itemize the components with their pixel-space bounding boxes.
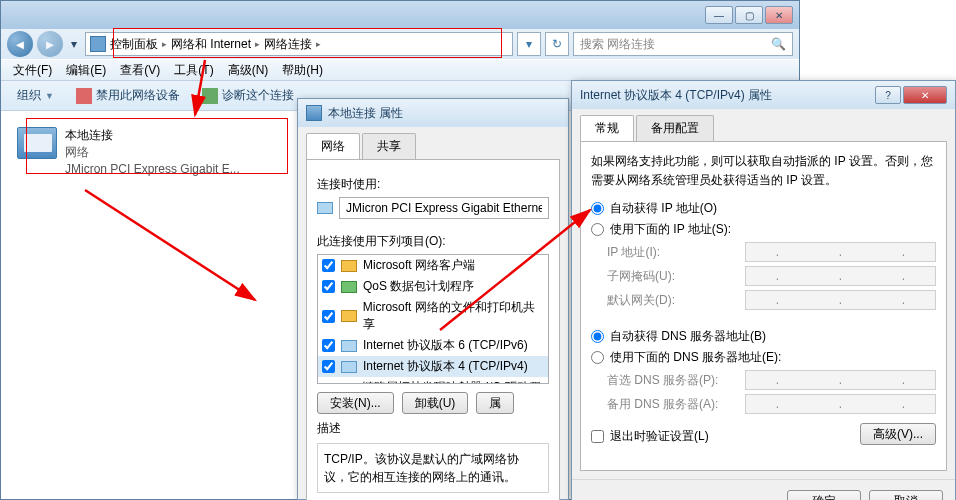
protocol-icon: [341, 340, 357, 352]
crumb-2[interactable]: 网络和 Internet: [171, 36, 251, 53]
dialog-title: 本地连接 属性: [298, 99, 568, 127]
organize-button[interactable]: 组织▼: [9, 83, 62, 108]
client-icon: [341, 260, 357, 272]
addressbar[interactable]: 控制面板▸ 网络和 Internet▸ 网络连接▸: [85, 32, 513, 56]
menu-advanced[interactable]: 高级(N): [222, 60, 275, 81]
connection-text: 本地连接 网络 JMicron PCI Express Gigabit E...: [65, 127, 240, 177]
item-label: QoS 数据包计划程序: [363, 278, 474, 295]
dns1-field: ...: [745, 370, 936, 390]
label-ip: IP 地址(I):: [607, 244, 737, 261]
item-label: 链路层拓扑发现映射器 I/O 驱动程序: [362, 379, 544, 384]
item-label: Microsoft 网络的文件和打印机共享: [363, 299, 544, 333]
gateway-field: ...: [745, 290, 936, 310]
list-item: 链路层拓扑发现映射器 I/O 驱动程序: [318, 377, 548, 384]
chevron-down-icon: ▼: [45, 91, 54, 101]
chevron-right-icon: ▸: [316, 39, 321, 49]
radio-auto-dns-row[interactable]: 自动获得 DNS 服务器地址(B): [591, 328, 936, 345]
radio-use-dns-row[interactable]: 使用下面的 DNS 服务器地址(E):: [591, 349, 936, 366]
tab-share[interactable]: 共享: [362, 133, 416, 159]
maximize-button[interactable]: ▢: [735, 6, 763, 24]
connection-name: 本地连接: [65, 127, 240, 144]
connection-network: 网络: [65, 144, 240, 161]
close-button[interactable]: ✕: [903, 86, 947, 104]
history-drop[interactable]: ▾: [67, 31, 81, 57]
label-mask: 子网掩码(U):: [607, 268, 737, 285]
connection-device: JMicron PCI Express Gigabit E...: [65, 161, 240, 178]
diagnose-button[interactable]: 诊断这个连接: [194, 83, 302, 108]
list-item: Microsoft 网络的文件和打印机共享: [318, 297, 548, 335]
dns2-field: ...: [745, 394, 936, 414]
item-checkbox[interactable]: [322, 280, 335, 293]
connection-item[interactable]: 本地连接 网络 JMicron PCI Express Gigabit E...: [11, 121, 271, 183]
radio-use-ip[interactable]: [591, 223, 604, 236]
properties-button[interactable]: 属: [476, 392, 514, 414]
list-item: QoS 数据包计划程序: [318, 276, 548, 297]
crumb-3[interactable]: 网络连接: [264, 36, 312, 53]
radio-auto-dns-label: 自动获得 DNS 服务器地址(B): [610, 328, 766, 345]
description-text: TCP/IP。该协议是默认的广域网络协议，它的相互连接的网络上的通讯。: [317, 443, 549, 493]
radio-auto-ip[interactable]: [591, 202, 604, 215]
device-name-field[interactable]: [339, 197, 549, 219]
menu-tools[interactable]: 工具(T): [168, 60, 219, 81]
forward-button[interactable]: ►: [37, 31, 63, 57]
label-dns2: 备用 DNS 服务器(A):: [607, 396, 737, 413]
ipv4-properties-dialog: Internet 协议版本 4 (TCP/IPv4) 属性 ? ✕ 常规 备用配…: [571, 80, 956, 500]
menubar: 文件(F) 编辑(E) 查看(V) 工具(T) 高级(N) 帮助(H): [1, 59, 799, 81]
item-label: Internet 协议版本 6 (TCP/IPv6): [363, 337, 528, 354]
radio-use-ip-row[interactable]: 使用下面的 IP 地址(S):: [591, 221, 936, 238]
menu-edit[interactable]: 编辑(E): [60, 60, 112, 81]
back-button[interactable]: ◄: [7, 31, 33, 57]
tab-network[interactable]: 网络: [306, 133, 360, 159]
refresh-button[interactable]: ↻: [545, 32, 569, 56]
radio-use-dns[interactable]: [591, 351, 604, 364]
tabs: 常规 备用配置: [572, 109, 955, 141]
diagnose-icon: [202, 88, 218, 104]
help-button[interactable]: ?: [875, 86, 901, 104]
subnet-mask-field: ...: [745, 266, 936, 286]
ok-button[interactable]: 确定: [787, 490, 861, 500]
menu-help[interactable]: 帮助(H): [276, 60, 329, 81]
item-checkbox[interactable]: [322, 360, 335, 373]
install-button[interactable]: 安装(N)...: [317, 392, 394, 414]
search-box[interactable]: 搜索 网络连接 🔍: [573, 32, 793, 56]
item-checkbox[interactable]: [322, 259, 335, 272]
radio-auto-ip-label: 自动获得 IP 地址(O): [610, 200, 717, 217]
crumb-1[interactable]: 控制面板: [110, 36, 158, 53]
list-item: Internet 协议版本 6 (TCP/IPv6): [318, 335, 548, 356]
uninstall-button[interactable]: 卸载(U): [402, 392, 469, 414]
advanced-button[interactable]: 高级(V)...: [860, 423, 936, 445]
tab-alt[interactable]: 备用配置: [636, 115, 714, 141]
list-item-selected: Internet 协议版本 4 (TCP/IPv4): [318, 356, 548, 377]
protocol-icon: [341, 361, 357, 373]
radio-auto-ip-row[interactable]: 自动获得 IP 地址(O): [591, 200, 936, 217]
label-gw: 默认网关(D):: [607, 292, 737, 309]
tab-body: 连接时使用: 此连接使用下列项目(O): Microsoft 网络客户端 QoS…: [306, 159, 560, 500]
dialog-title: Internet 协议版本 4 (TCP/IPv4) 属性 ? ✕: [572, 81, 955, 109]
label-dns1: 首选 DNS 服务器(P):: [607, 372, 737, 389]
cancel-button[interactable]: 取消: [869, 490, 943, 500]
close-button[interactable]: ✕: [765, 6, 793, 24]
menu-view[interactable]: 查看(V): [114, 60, 166, 81]
search-icon: 🔍: [771, 37, 786, 51]
list-item: Microsoft 网络客户端: [318, 255, 548, 276]
validate-label: 退出时验证设置(L): [610, 428, 709, 445]
menu-file[interactable]: 文件(F): [7, 60, 58, 81]
disable-button[interactable]: 禁用此网络设备: [68, 83, 188, 108]
validate-checkbox[interactable]: [591, 430, 604, 443]
local-connection-properties-dialog: 本地连接 属性 网络 共享 连接时使用: 此连接使用下列项目(O): Micro…: [297, 98, 569, 500]
radio-auto-dns[interactable]: [591, 330, 604, 343]
item-checkbox[interactable]: [322, 310, 335, 323]
items-listbox[interactable]: Microsoft 网络客户端 QoS 数据包计划程序 Microsoft 网络…: [317, 254, 549, 384]
item-label: Internet 协议版本 4 (TCP/IPv4): [363, 358, 528, 375]
ip-address-field: ...: [745, 242, 936, 262]
tab-general[interactable]: 常规: [580, 115, 634, 141]
dialog-footer: 确定 取消: [572, 479, 955, 500]
chevron-right-icon: ▸: [255, 39, 260, 49]
dialog-title-text: Internet 协议版本 4 (TCP/IPv4) 属性: [580, 87, 772, 104]
addr-drop[interactable]: ▾: [517, 32, 541, 56]
item-checkbox[interactable]: [322, 339, 335, 352]
adapter-icon: [317, 202, 333, 214]
explorer-titlebar: — ▢ ✕: [1, 1, 799, 29]
minimize-button[interactable]: —: [705, 6, 733, 24]
navbar: ◄ ► ▾ 控制面板▸ 网络和 Internet▸ 网络连接▸ ▾ ↻ 搜索 网…: [1, 29, 799, 59]
